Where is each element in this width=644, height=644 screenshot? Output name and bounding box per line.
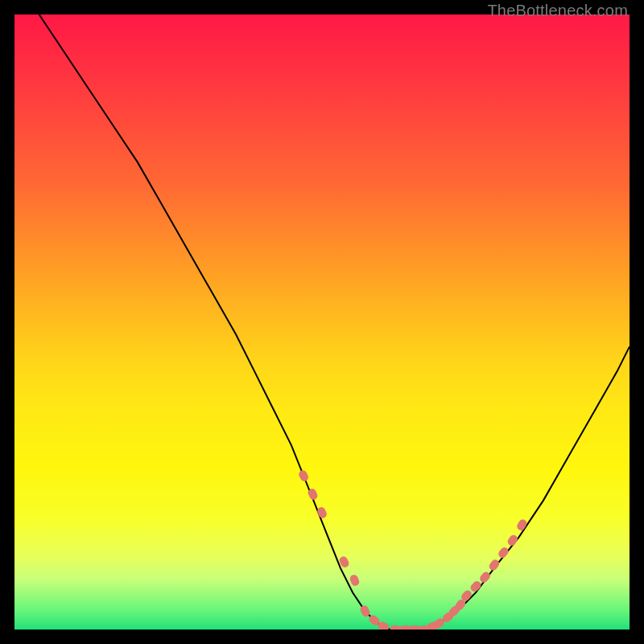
highlight-dot <box>515 518 528 532</box>
plot-svg <box>14 14 630 630</box>
highlight-dot <box>349 574 361 588</box>
highlight-dot <box>506 534 519 547</box>
bottleneck-curve <box>39 14 630 630</box>
highlight-dot <box>297 469 309 483</box>
highlight-dot <box>488 558 501 572</box>
gradient-plot-area <box>14 14 630 630</box>
highlight-dot <box>316 506 328 519</box>
highlight-dot <box>469 580 483 593</box>
highlight-dot <box>478 571 492 584</box>
highlight-dot <box>497 546 510 559</box>
watermark-label: TheBottleneck.com <box>487 2 628 20</box>
